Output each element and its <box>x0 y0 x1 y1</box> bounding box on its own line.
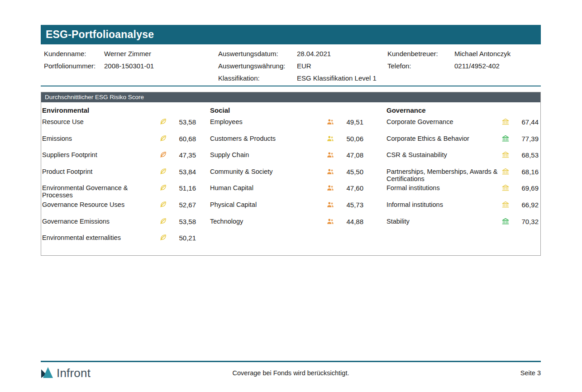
footer-divider-line <box>41 361 541 362</box>
footer-row: Infront Coverage bei Fonds wird berücksi… <box>41 366 541 380</box>
report-title-banner: ESG-Portfolioanalyse <box>41 25 541 44</box>
page-footer: Infront Coverage bei Fonds wird berücksi… <box>41 361 541 380</box>
score-value: 69,69 <box>513 182 539 192</box>
people-icon <box>324 182 336 192</box>
score-row-label: Product Footprint <box>42 166 155 175</box>
field-value: 0211/4952-402 <box>454 60 541 72</box>
score-row: Supply Chain47,08 <box>210 149 363 166</box>
bank-icon <box>500 199 511 209</box>
report-page: ESG-Portfolioanalyse Kundenname: Werner … <box>0 0 582 392</box>
section-title: Environmental <box>42 106 196 116</box>
score-row: Stability70,32 <box>386 216 539 233</box>
table-body: EnvironmentalResource Use53,58Emissions6… <box>41 102 540 255</box>
field-label: Auswertungswährung: <box>218 60 297 72</box>
client-info-column-2: Auswertungsdatum: 28.04.2021 Auswertungs… <box>218 48 387 84</box>
people-icon <box>324 166 336 176</box>
bank-icon <box>500 133 511 143</box>
score-row: Employees49,51 <box>210 116 363 133</box>
people-icon <box>324 116 336 126</box>
leaf-icon <box>157 182 169 191</box>
leaf-icon <box>157 116 169 125</box>
section-title: Social <box>210 106 363 116</box>
divider-line <box>41 86 541 86</box>
score-row: CSR & Sustainability68,53 <box>386 149 539 166</box>
score-row: Community & Society45,50 <box>210 166 363 183</box>
score-row-label: Informal institutions <box>386 199 498 208</box>
people-icon <box>324 133 336 143</box>
info-field: Klassifikation: ESG Klassifikation Level… <box>218 72 387 84</box>
score-row: Resource Use53,58 <box>42 116 196 133</box>
score-row-label: Stability <box>386 216 498 225</box>
table-header: Durchschnittlicher ESG Risiko Score <box>41 92 540 102</box>
field-label: Kundenname: <box>44 48 104 60</box>
score-row-label: Partnerships, Memberships, Awards & Cert… <box>386 166 498 182</box>
score-row-label: Resource Use <box>42 116 155 125</box>
score-value: 47,08 <box>338 149 363 159</box>
bank-icon <box>500 149 511 159</box>
field-value: ESG Klassifikation Level 1 <box>297 72 387 84</box>
score-row: Corporate Governance67,44 <box>386 116 539 133</box>
field-value: Werner Zimmer <box>104 48 218 60</box>
score-value: 60,68 <box>171 133 196 143</box>
info-field: Auswertungsdatum: 28.04.2021 <box>218 48 387 60</box>
score-value: 53,58 <box>171 216 196 225</box>
score-row-label: Governance Emissions <box>42 216 155 225</box>
score-value: 53,58 <box>171 116 196 126</box>
score-section-governance: GovernanceCorporate Governance67,44Corpo… <box>386 106 539 249</box>
page-title: ESG-Portfolioanalyse <box>41 29 154 41</box>
footer-note: Coverage bei Fonds wird berücksichtigt. <box>233 369 349 377</box>
info-field: Auswertungswährung: EUR <box>218 60 387 72</box>
score-row-label: Environmental externalities <box>42 232 155 241</box>
field-label: Telefon: <box>387 60 454 72</box>
score-row-label: Community & Society <box>210 166 323 175</box>
score-row-label: Supply Chain <box>210 149 323 158</box>
score-row: Corporate Ethics & Behavior77,39 <box>386 133 539 150</box>
score-row: Informal institutions66,92 <box>386 199 539 216</box>
score-row-label: Human Capital <box>210 182 323 191</box>
field-value: 2008-150301-01 <box>104 60 218 72</box>
score-value: 68,16 <box>513 166 539 176</box>
score-value: 77,39 <box>513 133 539 143</box>
field-value: 28.04.2021 <box>297 48 387 60</box>
section-title: Governance <box>386 106 539 116</box>
score-value: 45,50 <box>338 166 363 176</box>
score-value: 49,51 <box>338 116 363 126</box>
field-label: Portfolionummer: <box>44 60 104 72</box>
score-row: Customers & Products50,06 <box>210 133 363 150</box>
field-label: Auswertungsdatum: <box>218 48 297 60</box>
score-row-label: Environmental Governance & Processes <box>42 182 155 199</box>
score-row-label: Employees <box>210 116 323 125</box>
score-row: Product Footprint53,84 <box>42 166 196 183</box>
score-row: Physical Capital45,73 <box>210 199 363 216</box>
score-section-social: SocialEmployees49,51Customers & Products… <box>210 106 386 249</box>
score-row-label: Governance Resource Uses <box>42 199 155 208</box>
score-value: 52,67 <box>171 199 196 209</box>
score-row-label: Technology <box>210 216 323 225</box>
score-row: Environmental externalities50,21 <box>42 232 196 249</box>
score-row: Human Capital47,60 <box>210 182 363 199</box>
bank-icon <box>500 166 511 176</box>
score-value: 70,32 <box>513 216 539 225</box>
leaf-icon <box>157 232 169 241</box>
people-icon <box>324 216 336 225</box>
score-row: Environmental Governance & Processes51,1… <box>42 182 196 199</box>
score-value: 50,21 <box>171 232 196 242</box>
score-value: 47,35 <box>171 149 196 159</box>
score-section-environmental: EnvironmentalResource Use53,58Emissions6… <box>42 106 210 249</box>
score-row-label: CSR & Sustainability <box>386 149 498 158</box>
leaf-icon <box>157 149 169 158</box>
report-content: ESG-Portfolioanalyse Kundenname: Werner … <box>41 25 541 256</box>
score-row: Governance Emissions53,58 <box>42 216 196 233</box>
leaf-icon <box>157 166 169 175</box>
info-field: Kundenname: Werner Zimmer <box>44 48 218 60</box>
score-row-label: Corporate Governance <box>386 116 498 125</box>
leaf-icon <box>157 133 169 142</box>
page-number: Seite 3 <box>349 369 541 377</box>
score-value: 53,84 <box>171 166 196 176</box>
client-info-column-1: Kundenname: Werner Zimmer Portfolionumme… <box>44 48 218 84</box>
score-value: 47,60 <box>338 182 363 192</box>
field-label: Klassifikation: <box>218 72 297 84</box>
score-value: 50,06 <box>338 133 363 143</box>
info-field: Portfolionummer: 2008-150301-01 <box>44 60 218 72</box>
info-field: Kundenbetreuer: Michael Antonczyk <box>387 48 541 60</box>
